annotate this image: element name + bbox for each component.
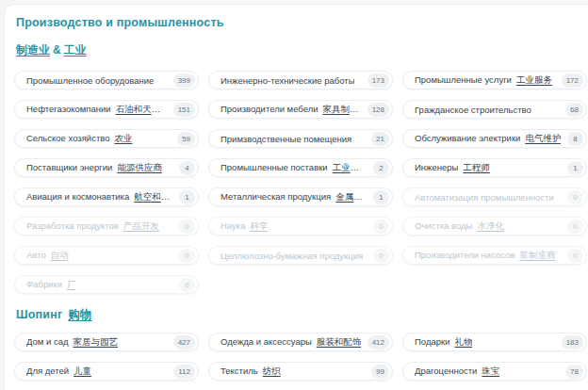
category-label-zh: 科学 (250, 220, 268, 231)
category-label: Металлическая продукция金属制品 (220, 191, 368, 203)
category-item[interactable]: Производители мебели家具制造商128 (208, 100, 393, 119)
category-label-zh: 水净化 (477, 220, 504, 231)
category-item[interactable]: Производители насосов泵制造商0 (402, 246, 587, 265)
category-item[interactable]: Целлюлозно-бумажная продукция0 (208, 246, 393, 265)
count-badge: 0 (373, 219, 389, 234)
category-item[interactable]: Промышленные услуги工业服务172 (402, 71, 587, 89)
category-label-zh: 家具制造商 (322, 104, 361, 114)
count-badge: 128 (368, 103, 389, 117)
category-label-zh: 厂 (67, 279, 76, 289)
category-label-ru: Производители мебели (220, 104, 318, 114)
count-badge: 173 (368, 73, 389, 88)
industry-subcategory-links: 制造业&工业 (16, 42, 587, 58)
category-item[interactable]: Очистка воды水净化0 (402, 217, 587, 236)
category-label-zh: 泵制造商 (519, 250, 555, 260)
category-label: Сельское хозяйство农业 (26, 133, 133, 145)
category-label-ru: Наука (220, 220, 245, 231)
category-item[interactable]: Автоматизация промышленности0 (402, 187, 587, 206)
category-label-ru: Для детей (26, 366, 69, 376)
link-shopping-zh[interactable]: 购物 (68, 308, 91, 321)
category-item[interactable]: Инженеры工程师1 (402, 158, 587, 177)
category-label-ru: Обслуживание электрики (415, 133, 520, 143)
category-label: Авиация и космонавтика航空和宇航 (26, 191, 173, 203)
count-badge: 1 (179, 190, 195, 204)
category-label: Очистка воды水净化 (415, 220, 504, 233)
category-item[interactable]: Наука科学0 (208, 217, 393, 236)
section-title-industry: Производство и промышленность (16, 16, 587, 29)
category-item[interactable]: Дом и сад家居与园艺427 (14, 333, 199, 351)
category-item[interactable]: Обслуживание электрики电气维护8 (402, 129, 587, 148)
category-label-zh: 能源供应商 (117, 162, 162, 172)
category-item[interactable]: Металлическая продукция金属制品1 (208, 187, 393, 206)
category-item[interactable]: Поставщики энергии能源供应商4 (14, 158, 199, 177)
category-item[interactable]: Драгоценности珠宝78 (402, 362, 587, 381)
count-badge: 399 (173, 73, 195, 88)
category-label-ru: Драгоценности (415, 366, 477, 376)
category-label-zh: 石油和天然气公司 (116, 104, 168, 114)
category-label-ru: Фабрики (26, 279, 62, 289)
category-label-ru: Автоматизация промышленности (415, 192, 554, 203)
category-label: Для детей儿童 (26, 366, 91, 378)
count-badge: 59 (177, 132, 195, 146)
category-label: Промышленные услуги工业服务 (415, 74, 552, 87)
category-label-ru: Инженерно-технические работы (220, 75, 354, 86)
category-label: Текстиль纺织 (220, 366, 281, 378)
category-item[interactable]: Разработка продуктов产品开发0 (14, 217, 199, 236)
category-label-zh: 纺织 (263, 366, 281, 376)
category-item[interactable]: Для детей儿童112 (14, 362, 199, 381)
category-label-ru: Нефтегазокомпании (26, 104, 111, 114)
count-badge: 0 (179, 278, 195, 292)
category-item[interactable]: Одежда и аксессуары服装和配饰412 (208, 333, 393, 351)
category-item[interactable]: Гражданское строительство68 (402, 100, 587, 119)
category-label: Дом и сад家居与园艺 (26, 336, 118, 349)
category-label-zh: 金属制品 (335, 191, 368, 202)
category-label-ru: Гражданское строительство (415, 105, 531, 115)
count-badge: 112 (173, 365, 195, 379)
link-manufacturing[interactable]: 制造业 (16, 43, 50, 57)
count-badge: 427 (173, 335, 195, 349)
category-label-zh: 航空和宇航 (134, 191, 173, 202)
category-item[interactable]: Авиация и космонавтика航空和宇航1 (14, 187, 199, 206)
shopping-title-ru: Шопинг (16, 308, 62, 321)
category-item[interactable]: Нефтегазокомпании石油和天然气公司151 (14, 100, 199, 119)
category-item[interactable]: Сельское хозяйство农业59 (14, 129, 199, 148)
category-item[interactable]: Промышленные поставки工业用品2 (208, 158, 393, 177)
category-label: Подарки礼物 (415, 336, 472, 349)
category-label-zh: 工程师 (463, 162, 490, 172)
category-label-ru: Авиация и космонавтика (26, 191, 129, 202)
category-label: Разработка продуктов产品开发 (26, 220, 159, 233)
category-label-ru: Поставщики энергии (26, 162, 112, 172)
category-label: Наука科学 (220, 220, 268, 233)
count-badge: 8 (567, 132, 583, 146)
count-badge: 0 (567, 249, 583, 263)
category-label-zh: 自动 (51, 250, 69, 260)
category-label-zh: 珠宝 (482, 366, 499, 376)
count-badge: 412 (368, 335, 389, 349)
category-label: Инженеры工程师 (415, 162, 490, 174)
category-item[interactable]: Промышленное оборудование399 (14, 71, 199, 89)
count-badge: 151 (173, 103, 195, 117)
category-label: Производители насосов泵制造商 (415, 250, 555, 262)
category-item[interactable]: Авто自动0 (14, 246, 199, 265)
category-label: Гражданское строительство (415, 105, 531, 115)
category-item[interactable]: Фабрики厂0 (14, 275, 199, 294)
category-label-ru: Одежда и аксессуары (220, 336, 312, 347)
category-item[interactable]: Подарки礼物183 (402, 333, 587, 351)
category-label: Инженерно-технические работы (220, 75, 354, 86)
category-item[interactable]: Инженерно-технические работы173 (208, 71, 393, 89)
shopping-category-grid: Дом и сад家居与园艺427Одежда и аксессуары服装和配… (14, 333, 587, 390)
category-label: Промышленные поставки工业用品 (220, 162, 368, 174)
category-item[interactable]: Примзводственные помещения21 (208, 129, 393, 148)
link-industry[interactable]: 工业 (64, 43, 87, 57)
content-card: Производство и промышленность 制造业&工业 Про… (4, 4, 588, 390)
section-title-shopping: Шопинг购物 (16, 307, 587, 323)
category-label-ru: Разработка продуктов (26, 220, 119, 231)
category-label: Автоматизация промышленности (415, 192, 554, 203)
category-label-zh: 礼物 (454, 336, 472, 347)
category-label: Авто自动 (26, 250, 69, 262)
category-label: Производители мебели家具制造商 (220, 104, 362, 116)
category-label: Драгоценности珠宝 (415, 366, 499, 378)
category-item[interactable]: Текстиль纺织99 (208, 362, 393, 381)
category-label-zh: 服装和配饰 (317, 336, 362, 347)
count-badge: 68 (565, 103, 583, 117)
